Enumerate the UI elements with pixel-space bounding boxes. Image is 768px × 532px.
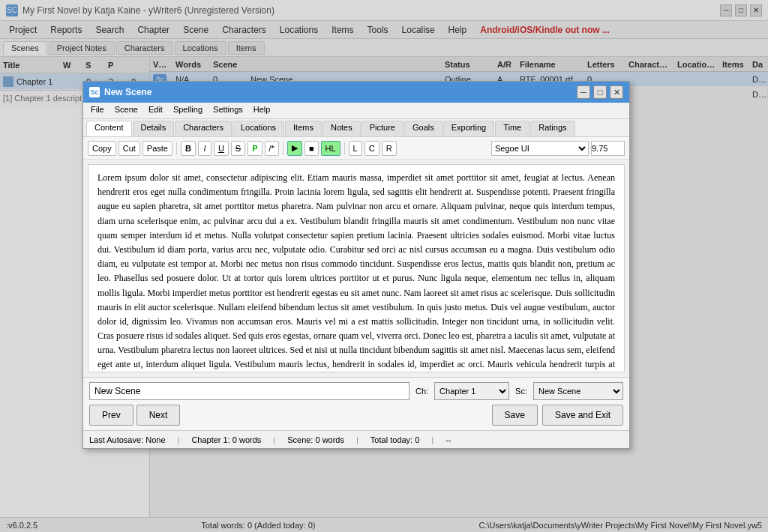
font-size-input[interactable] xyxy=(591,141,625,156)
modal-title: New Scene xyxy=(104,87,152,97)
toolbar-sep-3 xyxy=(344,142,345,155)
chapter-words-status: Chapter 1: 0 words xyxy=(191,435,261,444)
modal-menu-file[interactable]: File xyxy=(86,104,109,117)
autosave-status: Last Autosave: None xyxy=(89,435,166,444)
scene-select[interactable]: New Scene xyxy=(533,382,623,400)
protected-btn[interactable]: P xyxy=(248,141,262,156)
modal-tab-locations[interactable]: Locations xyxy=(232,121,284,136)
stop-btn[interactable]: ■ xyxy=(304,141,319,156)
extra-status: -- xyxy=(446,435,451,444)
chapter-select[interactable]: Chapter 1 xyxy=(434,382,509,400)
toolbar-sep-1 xyxy=(176,142,177,155)
scene-name-input[interactable] xyxy=(89,382,410,400)
chapter-label: Ch: xyxy=(416,387,428,396)
modal-maximize-btn[interactable]: □ xyxy=(593,85,607,99)
toolbar-sep-2 xyxy=(283,142,284,155)
save-exit-btn[interactable]: Save and Exit xyxy=(542,405,623,426)
align-center-btn[interactable]: C xyxy=(364,141,380,156)
modal-tab-ratings[interactable]: Ratings xyxy=(530,121,574,136)
play-btn[interactable]: ▶ xyxy=(287,141,302,156)
cut-btn[interactable]: Cut xyxy=(118,141,140,156)
align-left-btn[interactable]: L xyxy=(349,141,362,156)
modal-status-bar: Last Autosave: None | Chapter 1: 0 words… xyxy=(83,430,629,448)
modal-controls: ─ □ ✕ xyxy=(577,85,623,99)
underline-btn[interactable]: U xyxy=(214,141,229,156)
modal-bottom: Ch: Chapter 1 Sc: New Scene Prev Next Sa… xyxy=(83,377,629,430)
modal-tab-details[interactable]: Details xyxy=(133,121,175,136)
italic-btn[interactable]: I xyxy=(198,141,212,156)
modal-menu-help[interactable]: Help xyxy=(249,104,275,117)
modal-tab-goals[interactable]: Goals xyxy=(404,121,442,136)
action-buttons: Save Save and Exit xyxy=(492,405,623,426)
strikethrough-btn[interactable]: S xyxy=(231,141,245,156)
scene-words-status: Scene: 0 words xyxy=(287,435,344,444)
comment-btn[interactable]: /* xyxy=(265,141,279,156)
scene-label: Sc: xyxy=(515,387,527,396)
highlight-btn[interactable]: HL xyxy=(321,141,340,156)
modal-menu: File Scene Edit Spelling Settings Help xyxy=(83,103,629,119)
copy-btn[interactable]: Copy xyxy=(88,141,116,156)
editor-wrapper: Lorem ipsum dolor sit amet, consectetur … xyxy=(83,160,629,377)
nav-buttons: Prev Next xyxy=(89,405,180,426)
bold-btn[interactable]: B xyxy=(181,141,196,156)
modal-icon: Sc xyxy=(89,87,100,97)
modal-buttons-row: Prev Next Save Save and Exit xyxy=(89,405,623,426)
new-scene-modal: Sc New Scene ─ □ ✕ File Scene Edit Spell… xyxy=(82,81,630,449)
modal-close-btn[interactable]: ✕ xyxy=(610,85,623,99)
modal-title-text: Sc New Scene xyxy=(89,87,152,97)
total-today-status: Total today: 0 xyxy=(370,435,419,444)
status-sep-4: | xyxy=(431,435,434,444)
modal-tab-exporting[interactable]: Exporting xyxy=(443,121,494,136)
format-toolbar: Copy Cut Paste B I U S P /* ▶ ■ HL L C R… xyxy=(83,137,629,160)
status-sep-2: | xyxy=(273,435,275,444)
modal-tab-notes[interactable]: Notes xyxy=(322,121,361,136)
modal-tab-items[interactable]: Items xyxy=(285,121,322,136)
align-right-btn[interactable]: R xyxy=(382,141,397,156)
modal-tab-time[interactable]: Time xyxy=(495,121,530,136)
prev-btn[interactable]: Prev xyxy=(89,405,134,426)
modal-tab-content[interactable]: Content xyxy=(86,121,132,136)
modal-menu-settings[interactable]: Settings xyxy=(208,104,248,117)
next-btn[interactable]: Next xyxy=(136,405,181,426)
font-select[interactable]: Segoe UI xyxy=(491,141,589,156)
modal-minimize-btn[interactable]: ─ xyxy=(577,85,590,99)
modal-fields-row: Ch: Chapter 1 Sc: New Scene xyxy=(89,382,623,400)
paste-btn[interactable]: Paste xyxy=(142,141,172,156)
status-sep-1: | xyxy=(178,435,180,444)
modal-menu-scene[interactable]: Scene xyxy=(110,104,142,117)
modal-tabs: Content Details Characters Locations Ite… xyxy=(83,119,629,137)
modal-title-bar: Sc New Scene ─ □ ✕ xyxy=(83,82,629,103)
save-btn[interactable]: Save xyxy=(492,405,538,426)
modal-tab-characters[interactable]: Characters xyxy=(175,121,232,136)
modal-tab-picture[interactable]: Picture xyxy=(362,121,404,136)
editor-area[interactable]: Lorem ipsum dolor sit amet, consectetur … xyxy=(88,164,625,372)
status-sep-3: | xyxy=(356,435,358,444)
modal-icon-text: Sc xyxy=(90,88,98,96)
modal-menu-edit[interactable]: Edit xyxy=(144,104,167,117)
modal-menu-spelling[interactable]: Spelling xyxy=(169,104,207,117)
